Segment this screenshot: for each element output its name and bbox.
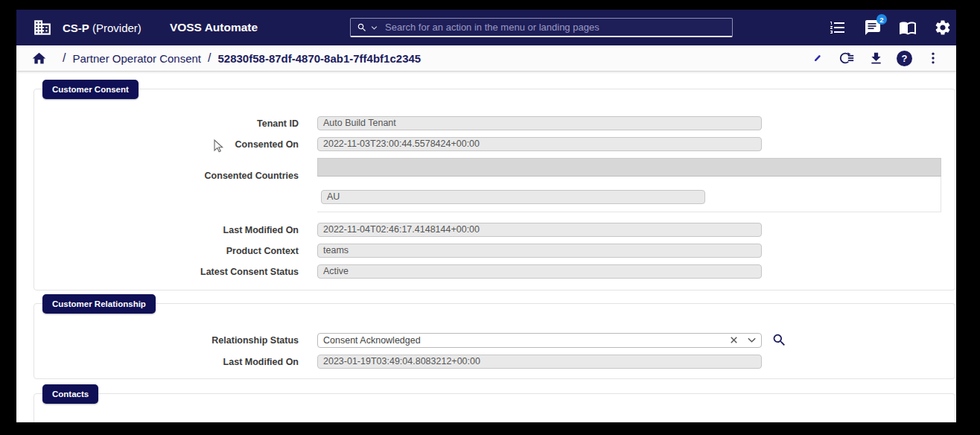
consent-last-modified-row: Last Modified On 2022-11-04T02:46:17.414… — [34, 223, 955, 237]
search-scope-chevron-icon[interactable] — [371, 25, 378, 31]
consent-last-modified-field: 2022-11-04T02:46:17.4148144+00:00 — [317, 223, 762, 237]
transaction-log-icon[interactable] — [839, 50, 855, 66]
tenant-id-field: Auto Build Tenant — [317, 116, 762, 130]
relationship-status-combobox[interactable]: Consent Acknowledged — [317, 333, 762, 348]
consented-countries-label: Consented Countries — [34, 158, 317, 181]
breadcrumb-separator: / — [63, 51, 66, 65]
clear-selection-icon[interactable] — [728, 334, 739, 346]
contacts-section-title: Contacts — [42, 384, 98, 404]
documentation-book-icon[interactable] — [899, 19, 917, 36]
latest-consent-status-label: Latest Consent Status — [34, 267, 317, 277]
chevron-down-icon[interactable] — [746, 334, 757, 346]
consented-countries-header-bar — [317, 158, 941, 177]
page-action-icons: ? — [809, 50, 941, 66]
org-type: (Provider) — [92, 22, 141, 34]
global-search[interactable] — [350, 18, 733, 37]
download-icon[interactable] — [868, 50, 884, 66]
product-context-row: Product Context teams — [34, 244, 955, 258]
hierarchy-selector[interactable]: CS-P (Provider) — [63, 22, 141, 34]
notifications-chat-icon[interactable]: 2 — [864, 19, 882, 36]
app-window: CS-P (Provider) VOSS Automate — [16, 10, 956, 422]
help-icon[interactable]: ? — [897, 51, 912, 66]
consented-on-row: Consented On 2022-11-03T23:00:44.5578424… — [34, 137, 955, 151]
page-content: Customer Consent Tenant ID Auto Build Te… — [16, 72, 956, 422]
organization-building-icon — [33, 18, 52, 37]
navbar-action-icons: 2 — [829, 10, 952, 45]
product-title: VOSS Automate — [170, 21, 258, 34]
home-icon[interactable] — [31, 51, 47, 66]
customer-consent-panel: Customer Consent Tenant ID Auto Build Te… — [34, 89, 955, 290]
task-list-icon[interactable] — [829, 19, 847, 36]
relationship-status-row: Relationship Status Consent Acknowledged — [34, 332, 955, 348]
edit-pencil-icon[interactable] — [809, 50, 826, 66]
tenant-id-label: Tenant ID — [34, 118, 317, 129]
consented-countries-body: AU — [317, 177, 941, 212]
relationship-status-value: Consent Acknowledged — [323, 335, 722, 346]
breadcrumb-parent-link[interactable]: Partner Operator Consent — [72, 52, 201, 65]
product-context-label: Product Context — [34, 246, 317, 256]
kebab-menu-icon[interactable] — [925, 50, 941, 66]
settings-gear-icon[interactable] — [934, 19, 952, 36]
latest-consent-status-row: Latest Consent Status Active — [34, 264, 955, 279]
consent-last-modified-label: Last Modified On — [34, 225, 317, 235]
breadcrumb-current-id: 52830f58-87df-4870-8ab1-7ff4bf1c2345 — [218, 52, 421, 65]
consented-on-label: Consented On — [34, 139, 317, 150]
notification-count-badge: 2 — [876, 14, 887, 25]
relationship-last-modified-field: 2023-01-19T03:49:04.8083212+00:00 — [317, 355, 762, 369]
search-icon — [357, 22, 367, 33]
consented-countries-row: Consented Countries AU — [34, 158, 955, 212]
latest-consent-status-field: Active — [317, 264, 762, 279]
country-field: AU — [321, 190, 705, 204]
breadcrumb-bar: / Partner Operator Consent / 52830f58-87… — [16, 45, 956, 72]
relationship-last-modified-row: Last Modified On 2023-01-19T03:49:04.808… — [34, 355, 955, 369]
customer-relationship-panel: Customer Relationship Relationship Statu… — [34, 303, 955, 379]
customer-consent-section-title: Customer Consent — [42, 80, 139, 99]
consented-countries-list: AU — [317, 158, 941, 212]
lookup-search-icon[interactable] — [771, 332, 787, 348]
customer-relationship-section-title: Customer Relationship — [42, 294, 156, 314]
top-navbar: CS-P (Provider) VOSS Automate — [16, 10, 956, 45]
org-name: CS-P — [63, 22, 89, 34]
screenshot-frame: CS-P (Provider) VOSS Automate — [0, 0, 980, 435]
consented-on-field: 2022-11-03T23:00:44.5578424+00:00 — [317, 137, 762, 151]
relationship-last-modified-label: Last Modified On — [34, 357, 317, 367]
contacts-panel: Contacts — [34, 393, 955, 422]
search-input[interactable] — [385, 22, 726, 33]
tenant-id-row: Tenant ID Auto Build Tenant — [34, 116, 955, 130]
relationship-status-label: Relationship Status — [34, 335, 317, 346]
breadcrumb-separator: / — [208, 51, 211, 65]
product-context-field: teams — [317, 244, 762, 258]
